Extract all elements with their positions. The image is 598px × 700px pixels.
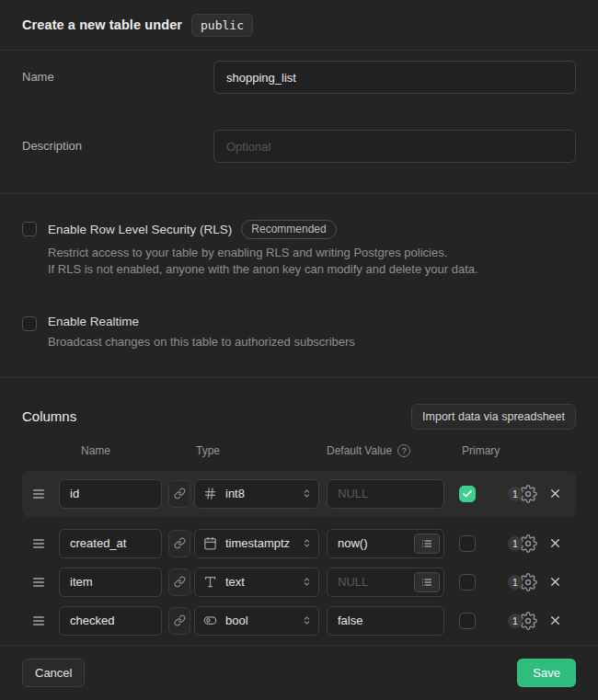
default-value-cell bbox=[327, 479, 444, 509]
header-default-value: Default Value ? bbox=[327, 444, 410, 457]
column-table-headers: Name Type Default Value ? Primary bbox=[22, 444, 576, 458]
default-value-cell bbox=[327, 529, 444, 558]
primary-key-checkbox[interactable] bbox=[459, 613, 476, 629]
default-value-input[interactable] bbox=[327, 479, 444, 509]
column-type-label: int8 bbox=[225, 487, 245, 500]
dialog-header: Create a new table under public bbox=[0, 0, 598, 51]
realtime-option-body: Enable Realtime Broadcast changes on thi… bbox=[48, 315, 355, 350]
name-row: Name bbox=[22, 61, 576, 94]
chevron-up-down-icon bbox=[301, 614, 313, 626]
foreign-key-link-icon[interactable] bbox=[168, 568, 190, 596]
chevron-up-down-icon bbox=[301, 576, 313, 588]
realtime-label: Enable Realtime bbox=[48, 315, 139, 328]
header-name: Name bbox=[81, 444, 110, 457]
settings-count-badge: 1 bbox=[508, 614, 523, 628]
column-settings-button[interactable]: 1 bbox=[508, 612, 537, 630]
realtime-description: Broadcast changes on this table to autho… bbox=[48, 334, 355, 350]
settings-count-badge: 1 bbox=[508, 487, 523, 501]
column-type-select[interactable]: bool bbox=[194, 606, 319, 636]
table-options-section: Enable Row Level Security (RLS) Recommen… bbox=[0, 194, 598, 378]
column-type-select[interactable]: timestamptz bbox=[194, 529, 319, 558]
chevron-up-down-icon bbox=[301, 488, 313, 499]
realtime-checkbox[interactable] bbox=[22, 316, 37, 331]
foreign-key-link-icon[interactable] bbox=[168, 530, 190, 557]
toggle-icon bbox=[203, 614, 217, 627]
remove-column-icon[interactable] bbox=[548, 536, 562, 550]
text-icon bbox=[203, 575, 217, 589]
header-primary: Primary bbox=[462, 444, 500, 457]
column-type-select[interactable]: text bbox=[194, 568, 319, 597]
column-settings-button[interactable]: 1 bbox=[508, 534, 537, 553]
description-field-label: Description bbox=[22, 130, 213, 163]
settings-count-badge: 1 bbox=[508, 575, 523, 590]
remove-column-icon[interactable] bbox=[548, 614, 562, 627]
primary-key-checkbox[interactable] bbox=[459, 535, 476, 552]
remove-column-icon[interactable] bbox=[548, 575, 562, 589]
name-field-label: Name bbox=[22, 61, 213, 94]
column-row: int8 1 bbox=[22, 471, 576, 517]
dialog-title: Create a new table under bbox=[22, 17, 182, 32]
drag-handle-icon[interactable] bbox=[31, 487, 48, 501]
default-value-input[interactable] bbox=[327, 606, 444, 636]
column-row: timestamptz 1 bbox=[22, 524, 576, 563]
rls-option: Enable Row Level Security (RLS) Recommen… bbox=[22, 220, 576, 278]
header-type: Type bbox=[196, 444, 220, 457]
table-meta-section: Name Description bbox=[0, 51, 598, 194]
column-settings-button[interactable]: 1 bbox=[508, 573, 537, 591]
cancel-button[interactable]: Cancel bbox=[22, 659, 85, 687]
remove-column-icon[interactable] bbox=[548, 487, 562, 500]
default-value-cell bbox=[327, 606, 444, 636]
primary-key-checkbox[interactable] bbox=[459, 486, 476, 502]
column-row: bool 1 bbox=[22, 602, 576, 640]
default-value-menu-icon[interactable] bbox=[414, 572, 440, 592]
default-value-cell bbox=[327, 568, 444, 597]
save-button[interactable]: Save bbox=[517, 659, 576, 687]
foreign-key-link-icon[interactable] bbox=[168, 607, 190, 635]
column-name-input[interactable] bbox=[59, 529, 162, 558]
column-settings-button[interactable]: 1 bbox=[508, 485, 537, 503]
drag-handle-icon[interactable] bbox=[31, 614, 48, 628]
calendar-icon bbox=[203, 536, 217, 550]
create-table-dialog: Create a new table under public Name Des… bbox=[0, 0, 598, 700]
column-type-label: timestamptz bbox=[225, 536, 290, 550]
primary-key-checkbox[interactable] bbox=[459, 574, 476, 591]
schema-badge: public bbox=[191, 14, 253, 37]
rls-option-body: Enable Row Level Security (RLS) Recommen… bbox=[48, 220, 478, 278]
dialog-footer: Cancel Save bbox=[0, 645, 598, 700]
column-name-input[interactable] bbox=[59, 568, 162, 597]
column-type-label: text bbox=[225, 575, 245, 589]
import-spreadsheet-button[interactable]: Import data via spreadsheet bbox=[411, 404, 576, 430]
rls-label: Enable Row Level Security (RLS) bbox=[48, 223, 232, 236]
table-name-input[interactable] bbox=[213, 61, 576, 94]
columns-section: Columns Import data via spreadsheet Name… bbox=[0, 378, 598, 645]
foreign-key-link-icon[interactable] bbox=[168, 480, 190, 508]
column-type-select[interactable]: int8 bbox=[194, 479, 319, 509]
description-row: Description bbox=[22, 130, 576, 163]
rls-checkbox[interactable] bbox=[22, 222, 37, 236]
help-icon[interactable]: ? bbox=[397, 444, 410, 457]
rls-description: Restrict access to your table by enablin… bbox=[48, 245, 478, 278]
column-type-label: bool bbox=[225, 614, 248, 627]
column-row: text 1 bbox=[22, 563, 576, 602]
column-name-input[interactable] bbox=[59, 479, 162, 509]
drag-handle-icon[interactable] bbox=[31, 536, 48, 551]
realtime-option: Enable Realtime Broadcast changes on thi… bbox=[22, 315, 576, 350]
chevron-up-down-icon bbox=[301, 537, 313, 549]
drag-handle-icon[interactable] bbox=[31, 575, 48, 590]
columns-title: Columns bbox=[22, 408, 76, 424]
settings-count-badge: 1 bbox=[508, 536, 523, 551]
table-description-input[interactable] bbox=[213, 130, 576, 163]
column-rows: int8 1 time bbox=[22, 471, 576, 640]
recommended-badge: Recommended bbox=[241, 220, 336, 239]
hash-icon bbox=[203, 487, 217, 500]
default-value-menu-icon[interactable] bbox=[414, 534, 440, 554]
check-icon bbox=[462, 488, 473, 499]
column-name-input[interactable] bbox=[59, 606, 162, 636]
